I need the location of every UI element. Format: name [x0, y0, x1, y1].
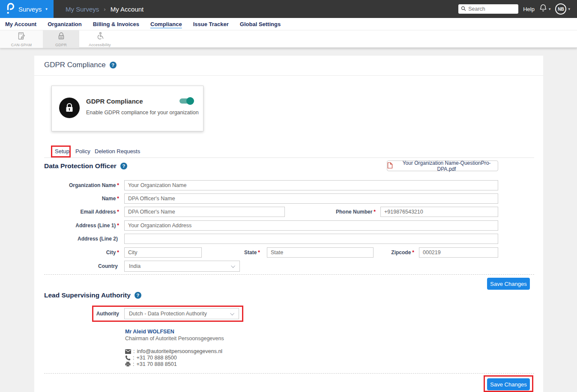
dpa-pdf-button[interactable]: Your Organization Name-QuestionPro-DPA.p… [387, 160, 498, 171]
separator: : [133, 361, 134, 367]
tab-gdpr[interactable]: GDPR [43, 30, 79, 48]
phone-label: Phone Number* [291, 207, 376, 217]
title-divider [34, 75, 543, 76]
authority-label: Authority [34, 308, 119, 319]
page-title: GDPR Compliance [44, 61, 106, 69]
address1-label: Address (Line 1)* [34, 220, 119, 231]
envelope-icon [125, 349, 131, 354]
name-label: Name* [34, 193, 119, 204]
nav-item-organization[interactable]: Organization [48, 21, 81, 27]
authority-phone-row: : +31 70 888 8500 [125, 355, 177, 361]
pdf-button-label: Your Organization Name-QuestionPro-DPA.p… [395, 160, 498, 172]
nav-item-global-settings[interactable]: Global Settings [240, 21, 281, 27]
breadcrumb-my-surveys[interactable]: My Surveys [66, 6, 99, 13]
tab-label: GDPR [55, 43, 67, 47]
tab-can-spam[interactable]: CAN-SPAM [0, 30, 43, 48]
phone-input[interactable] [380, 207, 498, 217]
gdpr-toggle[interactable] [179, 98, 192, 104]
chevron-down-icon: ▾ [568, 7, 570, 11]
breadcrumb-separator-icon: › [104, 6, 105, 12]
notifications-menu[interactable]: ▾ [539, 4, 551, 14]
authority-select[interactable]: Dutch - Data Protection Authority [124, 308, 239, 319]
address2-label: Address (Line 2) [34, 234, 119, 244]
search-input[interactable] [468, 6, 516, 12]
breadcrumb-my-account: My Account [111, 6, 144, 13]
dpo-heading-row: Data Protection Officer ? [44, 162, 127, 170]
section-dashed-divider [44, 274, 534, 275]
authority-email-row: : info@autoriteitpersoonsgegevens.nl [125, 348, 222, 354]
avatar: NB [555, 3, 566, 15]
authority-contact-title: Chairman of Autoriteit Persoonsgegevens [125, 336, 224, 342]
nav-item-billing-invoices[interactable]: Billing & Invoices [93, 21, 139, 27]
city-label: City* [34, 247, 119, 258]
address1-input[interactable] [124, 220, 498, 231]
authority-fax-row: : +31 70 888 8501 [125, 361, 177, 367]
compliance-subnav: CAN-SPAM GDPR Accessibility [0, 30, 577, 48]
card-description: Enable GDPR compliance for your organiza… [86, 110, 199, 116]
zipcode-label: Zipcode* [373, 247, 414, 258]
address2-input[interactable] [124, 234, 498, 244]
org-name-input[interactable] [124, 180, 498, 190]
city-input[interactable] [124, 247, 202, 258]
tab-deletion-requests[interactable]: Deletion Requests [95, 148, 140, 154]
lock-icon [59, 98, 80, 118]
separator: : [133, 355, 134, 361]
pdf-file-icon [387, 162, 393, 170]
state-input[interactable] [267, 247, 374, 258]
country-select[interactable]: India [124, 261, 240, 272]
tab-accessibility[interactable]: Accessibility [79, 30, 120, 48]
gdpr-enable-card: GDPR Compliance Enable GDPR compliance f… [51, 86, 203, 131]
help-icon[interactable]: ? [110, 62, 117, 68]
authority-phone: +31 70 888 8500 [136, 355, 176, 361]
tab-label: CAN-SPAM [11, 43, 32, 47]
chevron-down-icon [230, 311, 234, 315]
account-nav: My Account Organization Billing & Invoic… [0, 18, 577, 30]
tab-label: Accessibility [89, 43, 111, 47]
authority-value: Dutch - Data Protection Authority [129, 311, 207, 317]
toggle-knob [186, 97, 194, 105]
wheelchair-icon [96, 32, 104, 42]
name-input[interactable] [124, 193, 498, 204]
org-name-label: Organization Name* [34, 180, 119, 190]
help-link[interactable]: Help [523, 6, 535, 12]
nav-item-compliance[interactable]: Compliance [150, 21, 182, 27]
separator: : [133, 348, 135, 354]
authority-fax: +31 70 888 8501 [136, 361, 176, 367]
save-changes-button-dpo[interactable]: Save Changes [487, 278, 530, 290]
user-menu[interactable]: NB ▾ [555, 3, 570, 15]
phone-icon [125, 355, 131, 361]
breadcrumb: My Surveys › My Account [66, 6, 144, 13]
country-value: India [129, 263, 141, 269]
questionpro-logo-icon [6, 2, 15, 16]
section-heading: Lead Supervising Authority [44, 291, 131, 299]
card-title: GDPR Compliance [86, 98, 143, 105]
authority-email: info@autoriteitpersoonsgegevens.nl [137, 348, 222, 354]
nav-item-issue-tracker[interactable]: Issue Tracker [193, 21, 229, 27]
tab-policy[interactable]: Policy [75, 148, 90, 154]
nav-item-my-account[interactable]: My Account [5, 21, 36, 27]
bell-icon [539, 4, 547, 14]
state-label: State* [218, 247, 260, 258]
country-label: Country [34, 261, 119, 272]
document-pencil-icon [17, 32, 26, 42]
bottom-dashed-divider [44, 373, 534, 374]
email-label: Email Address* [34, 207, 119, 217]
help-icon[interactable]: ? [120, 163, 127, 169]
gdpr-compliance-panel: GDPR Compliance ? GDPR Compliance Enable… [34, 56, 543, 392]
chevron-down-icon: ▾ [45, 7, 48, 11]
fax-icon [125, 362, 131, 367]
tab-setup[interactable]: Setup [55, 148, 69, 154]
tabs-divider [44, 157, 534, 158]
search-icon [461, 5, 466, 13]
product-switcher[interactable]: Surveys ▾ [0, 0, 54, 18]
email-input[interactable] [124, 207, 285, 217]
help-icon[interactable]: ? [135, 292, 141, 299]
topbar: Surveys ▾ My Surveys › My Account Help ▾… [0, 0, 577, 18]
save-changes-button-lsa[interactable]: Save Changes [487, 378, 530, 390]
topbar-right: Help ▾ NB ▾ [458, 3, 577, 15]
padlock-icon [57, 32, 66, 42]
zipcode-input[interactable] [419, 247, 498, 258]
authority-contact-name: Mr Aleid WOLFSEN [125, 329, 174, 335]
search-box[interactable] [458, 4, 518, 14]
section-heading: Data Protection Officer [44, 162, 117, 170]
